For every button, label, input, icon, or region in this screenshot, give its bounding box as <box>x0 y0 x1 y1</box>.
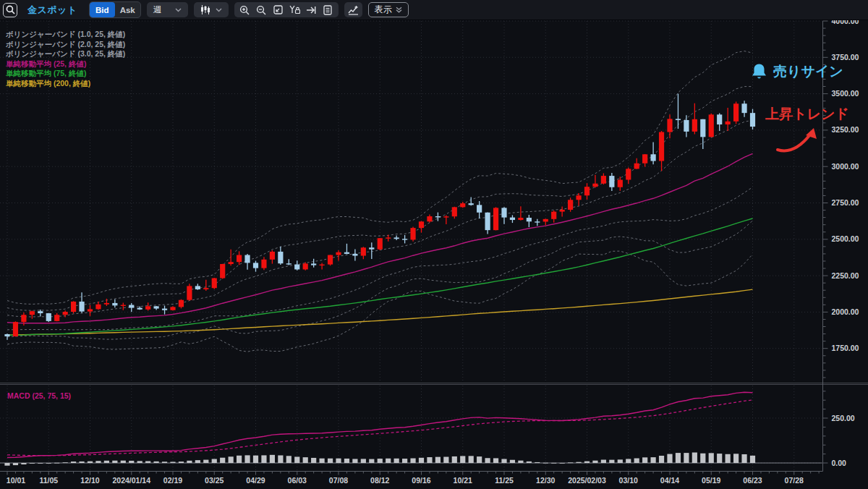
symbol-search-button[interactable] <box>3 3 17 17</box>
svg-text:0.00: 0.00 <box>832 459 847 467</box>
candlestick-type-icon <box>200 5 210 14</box>
chevron-down-icon <box>175 8 182 12</box>
zoom-in-button[interactable] <box>237 2 253 17</box>
svg-text:12/30: 12/30 <box>536 476 555 485</box>
display-menu-button[interactable]: 表示 <box>368 2 409 17</box>
zoom-out-button[interactable] <box>253 2 270 17</box>
zoom-out-icon <box>256 5 266 15</box>
bid-ask-toggle: Bid Ask <box>89 1 141 18</box>
svg-text:2750.00: 2750.00 <box>832 198 859 207</box>
bell-icon <box>751 63 767 80</box>
svg-text:09/16: 09/16 <box>412 476 430 485</box>
chart-canvas[interactable]: 4000.003750.003500.003250.003000.002750.… <box>0 20 868 489</box>
add-indicator-button[interactable] <box>344 2 362 17</box>
timeframe-dropdown[interactable]: 週 <box>147 2 188 17</box>
svg-text:2000.00: 2000.00 <box>832 307 859 316</box>
y-axis-lock-button[interactable] <box>286 2 303 17</box>
svg-text:07/08: 07/08 <box>329 476 348 485</box>
y-axis-lock-icon <box>289 5 300 14</box>
fit-chart-button[interactable] <box>270 2 286 17</box>
svg-text:04/29: 04/29 <box>246 476 265 485</box>
svg-text:3500.00: 3500.00 <box>832 89 859 98</box>
svg-text:06/23: 06/23 <box>743 476 762 485</box>
chart-type-dropdown[interactable] <box>194 2 229 17</box>
legend-item[interactable]: 単純移動平均 (25, 終値) <box>6 59 125 69</box>
go-to-latest-icon <box>306 6 316 14</box>
chart-area: 4000.003750.003500.003250.003000.002750.… <box>0 20 868 489</box>
macd-legend-label[interactable]: MACD (25, 75, 15) <box>7 391 71 400</box>
svg-text:2250.00: 2250.00 <box>832 271 859 280</box>
display-menu-label: 表示 <box>375 4 392 16</box>
legend-item[interactable]: 単純移動平均 (200, 終値) <box>6 79 125 89</box>
legend-item[interactable]: ボリンジャーバンド (2.0, 25, 終値) <box>6 40 125 50</box>
chevron-down-icon <box>216 8 222 12</box>
chart-tools-group <box>234 2 339 17</box>
sell-signal-text: 売りサイン <box>773 62 843 81</box>
double-chevron-down-icon <box>396 7 402 13</box>
uptrend-annotation[interactable]: 上昇トレンド <box>765 105 849 124</box>
svg-text:2024/01/14: 2024/01/14 <box>112 476 150 485</box>
svg-text:2025/02/03: 2025/02/03 <box>568 476 606 485</box>
svg-text:02/19: 02/19 <box>163 476 182 485</box>
symbol-label: 金スポット <box>27 4 77 17</box>
svg-text:06/03: 06/03 <box>288 476 307 485</box>
svg-text:250.00: 250.00 <box>832 414 855 422</box>
svg-text:10/21: 10/21 <box>454 476 472 485</box>
svg-text:08/12: 08/12 <box>370 476 389 485</box>
ask-button[interactable]: Ask <box>115 2 140 17</box>
svg-text:1750.00: 1750.00 <box>832 344 859 352</box>
sell-signal-annotation[interactable]: 売りサイン <box>751 62 843 81</box>
svg-text:12/10: 12/10 <box>80 476 99 485</box>
svg-text:11/25: 11/25 <box>495 476 514 485</box>
zoom-in-icon <box>239 5 250 15</box>
svg-text:07/28: 07/28 <box>785 476 804 485</box>
search-icon <box>6 5 15 14</box>
legend-item[interactable]: 単純移動平均 (75, 終値) <box>6 69 125 79</box>
svg-text:2500.00: 2500.00 <box>832 234 859 243</box>
svg-text:3750.00: 3750.00 <box>832 53 859 61</box>
trading-chart-app: 金スポット Bid Ask 週 <box>0 0 868 489</box>
svg-text:10/01: 10/01 <box>7 476 25 485</box>
go-to-latest-button[interactable] <box>303 2 320 17</box>
chart-toolbar: 金スポット Bid Ask 週 <box>0 0 868 20</box>
svg-text:04/14: 04/14 <box>660 476 679 485</box>
add-indicator-icon <box>348 5 359 15</box>
svg-text:3000.00: 3000.00 <box>832 162 859 171</box>
svg-text:4000.00: 4000.00 <box>832 20 859 25</box>
data-window-button[interactable] <box>320 2 336 17</box>
svg-text:03/10: 03/10 <box>619 476 638 485</box>
svg-text:05/19: 05/19 <box>702 476 720 485</box>
svg-text:11/05: 11/05 <box>39 476 58 485</box>
data-window-icon <box>323 5 332 15</box>
svg-text:03/25: 03/25 <box>205 476 224 485</box>
indicator-legend: ボリンジャーバンド (1.0, 25, 終値)ボリンジャーバンド (2.0, 2… <box>6 30 125 88</box>
legend-item[interactable]: ボリンジャーバンド (3.0, 25, 終値) <box>6 49 125 59</box>
legend-item[interactable]: ボリンジャーバンド (1.0, 25, 終値) <box>6 30 125 40</box>
uptrend-arrow[interactable] <box>775 126 819 158</box>
fit-chart-icon <box>273 5 283 14</box>
timeframe-value: 週 <box>153 4 162 16</box>
bid-button[interactable]: Bid <box>90 2 115 17</box>
svg-text:3250.00: 3250.00 <box>832 125 859 134</box>
